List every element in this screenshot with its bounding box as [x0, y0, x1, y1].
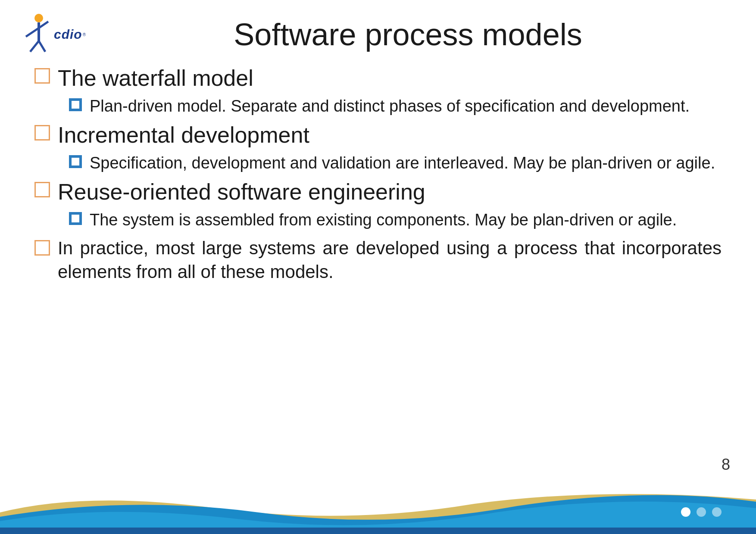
nav-dot-3 [712, 507, 722, 517]
waterfall-sub1-text: Plan-driven model. Separate and distinct… [90, 96, 690, 117]
svg-line-4 [30, 41, 39, 52]
cdio-figure-icon [17, 13, 52, 56]
list-item: Plan-driven model. Separate and distinct… [69, 96, 722, 117]
svg-line-3 [39, 22, 48, 28]
bottom-decoration [0, 478, 756, 534]
list-item: The system is assembled from existing co… [69, 209, 722, 231]
logo: cdio ® [17, 13, 86, 56]
svg-point-0 [34, 14, 43, 22]
page-title: Software process models [86, 17, 730, 52]
waterfall-heading: The waterfall model [58, 65, 253, 91]
reuse-subitems: The system is assembled from existing co… [69, 209, 722, 231]
navigation-dots [681, 507, 722, 517]
nav-dot-2 [697, 507, 706, 517]
waterfall-subitems: Plan-driven model. Separate and distinct… [69, 96, 722, 117]
checkbox-inner-waterfall-sub1 [69, 98, 82, 111]
header: cdio ® Software process models [0, 0, 756, 60]
practice-text: In practice, most large systems are deve… [58, 237, 722, 284]
incremental-sub1-text: Specification, development and validatio… [90, 153, 715, 174]
cdio-text: cdio [54, 27, 82, 42]
checkbox-outer-practice [34, 240, 50, 256]
checkbox-inner-incremental-sub1 [69, 155, 82, 168]
svg-line-2 [26, 28, 39, 37]
cdio-dot: ® [83, 32, 86, 37]
checkbox-outer-incremental [34, 125, 50, 141]
checkbox-inner-reuse-sub1 [69, 212, 82, 225]
list-item: Specification, development and validatio… [69, 153, 722, 174]
list-item: In practice, most large systems are deve… [34, 237, 722, 284]
nav-dot-1 [681, 507, 690, 517]
checkbox-outer-waterfall [34, 68, 50, 84]
content-area: The waterfall model Plan-driven model. S… [0, 60, 756, 297]
list-item: Reuse-oriented software engineering [34, 178, 722, 205]
list-item: The waterfall model [34, 65, 722, 91]
svg-line-5 [39, 41, 45, 52]
checkbox-outer-reuse [34, 182, 50, 197]
reuse-heading: Reuse-oriented software engineering [58, 178, 425, 205]
list-item: Incremental development [34, 122, 722, 148]
incremental-heading: Incremental development [58, 122, 309, 148]
page-number: 8 [722, 456, 730, 474]
incremental-subitems: Specification, development and validatio… [69, 153, 722, 174]
reuse-sub1-text: The system is assembled from existing co… [90, 209, 677, 231]
